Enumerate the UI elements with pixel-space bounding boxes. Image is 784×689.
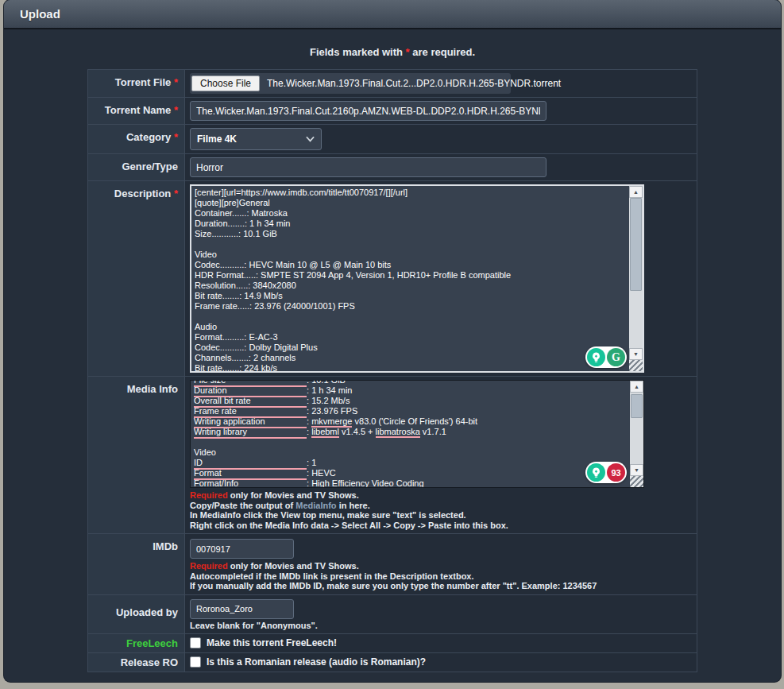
genre-input[interactable]: [190, 157, 546, 177]
torrent-name-label-text: Torrent Name: [105, 104, 172, 116]
choose-file-button[interactable]: Choose File: [191, 75, 260, 91]
required-word: Required: [190, 490, 228, 500]
note-text: only for Movies and TV Shows.: [228, 490, 359, 500]
torrent-file-star: *: [174, 76, 178, 88]
torrent-name-star: *: [174, 104, 178, 116]
imdb-cell: Required only for Movies and TV Shows. A…: [185, 534, 697, 594]
uploaded-by-cell: Leave blank for "Anonymous".: [185, 595, 697, 634]
torrent-name-cell: [185, 98, 697, 124]
category-cell: Filme 4K: [185, 125, 697, 153]
scroll-up-button[interactable]: ▲: [629, 186, 643, 198]
media-info-scrollbar[interactable]: ▲ ▼: [630, 381, 643, 487]
resize-grip-icon[interactable]: [629, 360, 643, 371]
description-label-text: Description: [114, 188, 172, 199]
chosen-file-name: The.Wicker.Man.1973.Final.Cut.2...DP2.0.…: [267, 78, 561, 89]
note-text: only for Movies and TV Shows.: [228, 561, 359, 571]
media-info-textarea[interactable]: File size: 10.1 GiBDuration: 1 h 34 minO…: [191, 381, 630, 487]
release-ro-checkbox[interactable]: [190, 656, 201, 668]
torrent-file-label: Torrent File *: [88, 70, 185, 97]
imdb-input[interactable]: [190, 539, 294, 559]
title-bar: Upload: [4, 0, 781, 29]
uploaded-by-row: Uploaded by Leave blank for "Anonymous".: [88, 595, 697, 635]
scroll-down-button[interactable]: ▼: [630, 464, 643, 476]
torrent-name-label: Torrent Name *: [88, 98, 185, 124]
upload-window: Upload Fields marked with * are required…: [4, 0, 781, 682]
imdb-note-2: Autocompleted if the IMDb link is presen…: [190, 571, 692, 582]
media-info-label: Media Info: [88, 377, 185, 533]
chevron-down-icon: [306, 136, 315, 142]
category-label-text: Category: [126, 131, 171, 143]
uploaded-by-input[interactable]: [190, 599, 294, 619]
description-label: Description *: [88, 181, 185, 376]
torrent-file-input[interactable]: Choose File The.Wicker.Man.1973.Final.Cu…: [190, 73, 511, 94]
imdb-label-text: IMDb: [153, 540, 178, 552]
media-info-row: Media Info File size: 10.1 GiBDuration: …: [88, 377, 697, 534]
upload-form-panel: Fields marked with * are required. Torre…: [4, 29, 781, 682]
release-ro-label: Release RO: [88, 653, 185, 672]
category-row: Category * Filme 4K: [88, 125, 697, 154]
category-selected-value: Filme 4K: [197, 134, 237, 145]
scrollbar-thumb[interactable]: [630, 198, 642, 291]
scrollbar-track[interactable]: [629, 198, 643, 348]
uploaded-by-label: Uploaded by: [88, 595, 185, 634]
resize-grip-icon[interactable]: [630, 476, 643, 487]
release-ro-cell: Is this a Romanian release (audio is Rom…: [185, 653, 697, 672]
description-row: Description * [center][url=https://www.i…: [88, 181, 697, 377]
description-textarea[interactable]: [center][url=https://www.imdb.com/title/…: [191, 186, 629, 371]
media-info-note-4: Right click on the Media Info data -> Se…: [190, 521, 692, 531]
category-star: *: [174, 131, 178, 143]
required-fields-banner: Fields marked with * are required.: [4, 46, 781, 58]
uploaded-by-note: Leave blank for "Anonymous".: [190, 621, 692, 631]
imdb-note-3: If you manually add the IMDb ID, make su…: [190, 581, 692, 591]
freeleech-text: Make this torrent FreeLeech!: [207, 637, 337, 648]
imdb-note-1: Required only for Movies and TV Shows.: [190, 561, 692, 571]
upload-form-table: Torrent File * Choose File The.Wicker.Ma…: [87, 69, 697, 672]
description-cell: [center][url=https://www.imdb.com/title/…: [185, 181, 697, 376]
media-info-note-3: In MediaInfo click the View top menu, ma…: [190, 510, 692, 521]
note-text: Copy/Paste the output of: [190, 501, 295, 510]
required-word: Required: [190, 561, 228, 571]
torrent-file-label-text: Torrent File: [115, 76, 172, 88]
genre-row: Genre/Type: [88, 154, 697, 181]
freeleech-cell: Make this torrent FreeLeech!: [185, 634, 697, 652]
media-info-cell: File size: 10.1 GiBDuration: 1 h 34 minO…: [185, 377, 697, 533]
scrollbar-track[interactable]: [630, 393, 643, 464]
mediainfo-link[interactable]: MediaInfo: [295, 501, 336, 510]
freeleech-label: FreeLeech: [88, 634, 185, 652]
scrollbar-thumb[interactable]: [631, 394, 643, 418]
genre-label: Genre/Type: [88, 154, 185, 180]
description-box: [center][url=https://www.imdb.com/title/…: [190, 184, 644, 373]
page-title: Upload: [20, 7, 60, 21]
media-info-label-text: Media Info: [127, 383, 178, 395]
category-label: Category *: [88, 125, 185, 153]
torrent-name-row: Torrent Name *: [88, 98, 697, 125]
freeleech-label-text: FreeLeech: [126, 637, 178, 649]
grammarly-logo-icon[interactable]: G: [607, 348, 625, 366]
description-star: *: [174, 188, 178, 199]
banner-prefix: Fields marked with: [310, 46, 406, 58]
banner-suffix: are required.: [410, 46, 475, 58]
scroll-down-button[interactable]: ▼: [629, 348, 643, 360]
genre-label-text: Genre/Type: [122, 161, 178, 172]
media-info-lines: File size: 10.1 GiBDuration: 1 h 34 minO…: [194, 381, 627, 487]
release-ro-row: Release RO Is this a Romanian release (a…: [88, 653, 697, 672]
grammarly-widget[interactable]: G: [585, 346, 627, 368]
lightbulb-icon[interactable]: [587, 463, 605, 482]
scroll-up-button[interactable]: ▲: [630, 381, 643, 393]
description-scrollbar[interactable]: ▲ ▼: [629, 186, 643, 371]
torrent-name-input[interactable]: [190, 101, 546, 121]
freeleech-row: FreeLeech Make this torrent FreeLeech!: [88, 634, 697, 653]
freeleech-checkbox[interactable]: [190, 637, 201, 648]
release-ro-label-text: Release RO: [121, 656, 178, 668]
category-select[interactable]: Filme 4K: [190, 128, 322, 150]
genre-cell: [185, 154, 697, 180]
media-info-note-1: Required only for Movies and TV Shows.: [190, 490, 692, 501]
torrent-file-cell: Choose File The.Wicker.Man.1973.Final.Cu…: [185, 70, 697, 97]
media-info-note-2: Copy/Paste the output of MediaInfo in he…: [190, 501, 692, 511]
lightbulb-icon[interactable]: [587, 348, 605, 366]
grammarly-score-badge[interactable]: 93: [607, 463, 625, 482]
grammarly-widget[interactable]: 93: [585, 462, 627, 483]
torrent-file-row: Torrent File * Choose File The.Wicker.Ma…: [88, 70, 697, 98]
imdb-row: IMDb Required only for Movies and TV Sho…: [88, 534, 697, 595]
uploaded-by-label-text: Uploaded by: [116, 606, 178, 618]
